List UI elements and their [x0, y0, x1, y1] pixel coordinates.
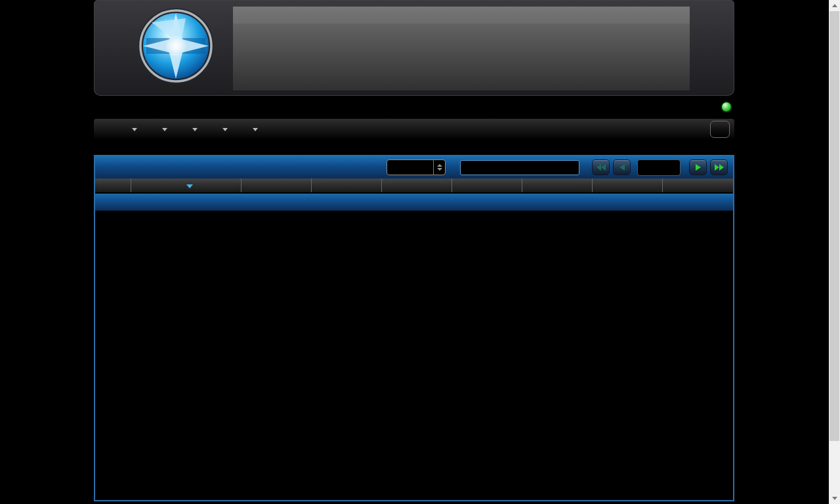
traffic-table-panel [94, 155, 734, 501]
left-arrow-icon [619, 163, 625, 171]
chart-y-axis [692, 7, 734, 93]
col-header-req-miss[interactable] [593, 178, 663, 192]
double-left-arrow-icon [596, 163, 606, 171]
nav-usuarios[interactable] [268, 119, 289, 140]
page-number-input[interactable] [637, 159, 681, 176]
nav-utilitarios[interactable] [238, 119, 268, 140]
col-header-req-total[interactable] [522, 178, 593, 192]
nav-relatorios[interactable] [117, 119, 148, 140]
nav-graficos[interactable] [148, 119, 178, 140]
vertical-scrollbar[interactable] [829, 0, 840, 504]
double-right-arrow-icon [714, 163, 724, 171]
per-page-select[interactable] [387, 159, 446, 175]
prev-page-button[interactable] [613, 159, 631, 175]
nav-monitoramento[interactable] [178, 119, 208, 140]
col-header-economia[interactable] [452, 178, 522, 192]
header-panel [94, 0, 734, 96]
pagination [589, 159, 728, 176]
last-page-button[interactable] [710, 159, 728, 175]
col-header-index[interactable] [95, 178, 131, 192]
filter-input[interactable] [460, 160, 579, 175]
col-header-traf-miss[interactable] [312, 178, 382, 192]
chevron-down-icon [192, 128, 198, 131]
spinner-down-icon [437, 168, 442, 171]
spinner-up-icon [437, 164, 442, 167]
nav-configuracoes[interactable] [208, 119, 238, 140]
table-toolbar [95, 156, 733, 178]
nav-estatisticas[interactable] [96, 119, 117, 140]
chevron-down-icon [162, 128, 167, 131]
col-header-req-hit[interactable] [663, 178, 732, 192]
col-header-data[interactable] [131, 178, 242, 192]
chevron-down-icon [222, 128, 228, 131]
traffic-chart [233, 7, 690, 92]
scroll-up-icon[interactable] [829, 0, 840, 11]
table-footer [95, 194, 733, 211]
scrollbar-thumb[interactable] [830, 11, 839, 441]
col-header-traf-total[interactable] [242, 178, 312, 192]
first-page-button[interactable] [592, 159, 610, 175]
col-header-traf-hit[interactable] [382, 178, 452, 192]
next-page-button[interactable] [689, 159, 707, 175]
status-orb-icon [722, 102, 731, 112]
table-header [95, 178, 733, 194]
sort-desc-icon [186, 184, 193, 188]
chart-legend [233, 9, 690, 22]
main-nav [94, 119, 734, 140]
chevron-down-icon [132, 128, 137, 131]
spinner-icon[interactable] [433, 160, 445, 175]
scroll-down-icon[interactable] [829, 493, 840, 504]
right-arrow-icon [695, 163, 702, 171]
logout-button[interactable] [710, 121, 730, 138]
thundercache-logo [112, 4, 240, 93]
service-status [94, 98, 734, 116]
chevron-down-icon [253, 128, 258, 131]
